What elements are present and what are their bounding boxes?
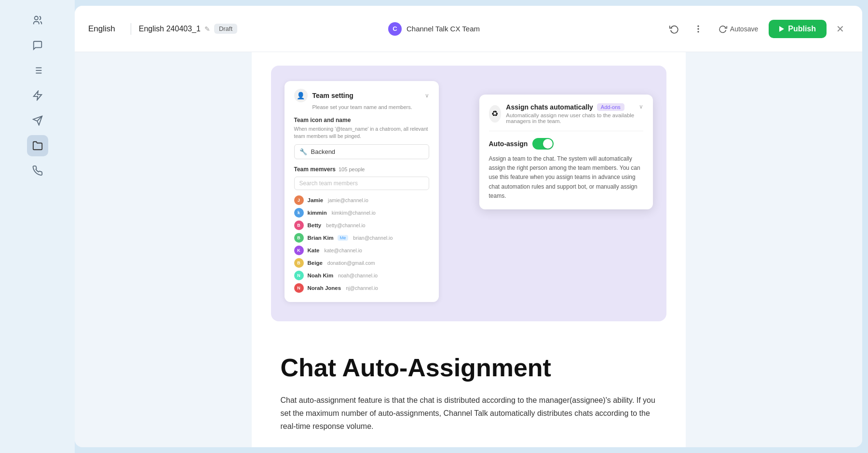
member-name-beige: Beige bbox=[308, 260, 323, 266]
sidebar-icon-send[interactable] bbox=[27, 110, 48, 131]
autosave-label: Autosave bbox=[730, 25, 758, 33]
aa-divider bbox=[489, 131, 643, 131]
team-members-section: Team memvers 105 people Search team memb… bbox=[294, 166, 429, 294]
close-button[interactable]: ✕ bbox=[831, 20, 849, 38]
member-name-kate: Kate bbox=[308, 247, 320, 253]
sidebar-icon-users[interactable] bbox=[27, 10, 48, 31]
topbar-team-name: Channel Talk CX Team bbox=[407, 25, 480, 33]
svg-point-11 bbox=[697, 25, 699, 27]
aa-toggle-row: Auto-assign bbox=[489, 138, 643, 150]
team-name-value: Backend bbox=[311, 148, 336, 155]
content-area: 👤 Team setting ∨ Please set your team na… bbox=[75, 52, 862, 447]
member-email-norah: nj@channel.io bbox=[346, 285, 378, 291]
member-name-jamie: Jamie bbox=[308, 197, 324, 203]
me-badge: Me bbox=[338, 235, 349, 241]
doc-container: 👤 Team setting ∨ Please set your team na… bbox=[252, 52, 686, 447]
team-setting-header: 👤 Team setting ∨ bbox=[294, 89, 429, 102]
sidebar-icon-list[interactable] bbox=[27, 60, 48, 81]
sidebar-icon-inbox[interactable] bbox=[27, 35, 48, 56]
left-sidebar bbox=[0, 0, 75, 453]
members-count: 105 people bbox=[339, 166, 365, 172]
member-avatar-norah: N bbox=[294, 283, 304, 293]
auto-assign-toggle[interactable] bbox=[532, 138, 554, 150]
member-email-kimmin: kimkim@channel.io bbox=[332, 210, 376, 216]
team-setting-card: 👤 Team setting ∨ Please set your team na… bbox=[285, 81, 439, 302]
members-header: Team memvers 105 people bbox=[294, 166, 429, 173]
team-icon-name-desc: When mentioning '@team_name' in a chatro… bbox=[294, 125, 429, 139]
member-avatar-betty: B bbox=[294, 220, 304, 230]
member-name-betty: Betty bbox=[308, 222, 322, 228]
member-avatar-jamie: J bbox=[294, 195, 304, 205]
aa-desc: Automatically assign new user chats to t… bbox=[506, 112, 638, 124]
language-label: English bbox=[88, 24, 115, 34]
team-icon-name-label: Team icon and name bbox=[294, 117, 429, 124]
sidebar-icon-phone[interactable] bbox=[27, 160, 48, 181]
aa-header: ♻ Assign chats automatically Add-ons Aut… bbox=[489, 103, 643, 124]
auto-assign-card: ♻ Assign chats automatically Add-ons Aut… bbox=[479, 95, 653, 209]
svg-point-12 bbox=[697, 28, 699, 29]
member-email-beige: donation@gmail.com bbox=[327, 260, 375, 266]
search-members-input[interactable]: Search team members bbox=[294, 177, 429, 190]
member-row-kimmin: k kimmin kimkim@channel.io bbox=[294, 206, 429, 219]
svg-point-13 bbox=[697, 31, 699, 32]
edit-doc-name-icon[interactable]: ✎ bbox=[204, 25, 210, 33]
member-row-noah: N Noah Kim noah@channel.io bbox=[294, 269, 429, 282]
topbar-actions: Autosave Publish ✕ bbox=[665, 19, 849, 39]
doc-name-label: English 240403_1 bbox=[139, 25, 201, 33]
member-avatar-kimmin: k bbox=[294, 208, 304, 218]
member-row-beige: B Beige donation@gmail.com bbox=[294, 257, 429, 269]
publish-button[interactable]: Publish bbox=[769, 20, 827, 38]
member-email-betty: betty@channel.io bbox=[326, 222, 365, 228]
sidebar-icon-folder[interactable] bbox=[27, 135, 48, 156]
member-name-brian: Brian Kim bbox=[308, 235, 334, 241]
member-row-kate: K Kate kate@channel.io bbox=[294, 244, 429, 257]
chevron-down-icon: ∨ bbox=[425, 92, 429, 99]
member-row-brian: B Brian Kim Me brian@channel.io bbox=[294, 232, 429, 244]
topbar-divider bbox=[131, 23, 131, 35]
channel-avatar: C bbox=[388, 22, 402, 36]
article-body: Chat auto-assignment feature is that the… bbox=[281, 394, 657, 433]
toggle-knob bbox=[543, 139, 553, 149]
article-section: Chat Auto-Assignment Chat auto-assignmen… bbox=[252, 335, 686, 447]
wrench-icon: 🔧 bbox=[299, 148, 307, 155]
draft-badge: Draft bbox=[214, 24, 237, 34]
team-icon-circle: 👤 bbox=[294, 89, 308, 102]
team-name-input[interactable]: 🔧 Backend bbox=[294, 144, 429, 159]
sidebar-icon-lightning[interactable] bbox=[27, 85, 48, 106]
autosave-button[interactable]: Autosave bbox=[713, 21, 764, 37]
team-setting-subtitle: Please set your team name and members. bbox=[312, 104, 429, 110]
member-row-norah: N Norah Jones nj@channel.io bbox=[294, 282, 429, 294]
aa-title-row-inner: Assign chats automatically Add-ons bbox=[506, 103, 638, 111]
history-button[interactable] bbox=[665, 19, 684, 39]
preview-section: 👤 Team setting ∨ Please set your team na… bbox=[271, 66, 666, 321]
aa-icon: ♻ bbox=[489, 105, 502, 123]
more-options-button[interactable] bbox=[689, 19, 708, 39]
topbar: English English 240403_1 ✎ Draft C Chann… bbox=[75, 6, 862, 52]
play-icon bbox=[779, 26, 784, 32]
member-row-jamie: J Jamie jamie@channel.io bbox=[294, 194, 429, 206]
main-area: English English 240403_1 ✎ Draft C Chann… bbox=[75, 6, 862, 447]
doc-name-section: English 240403_1 ✎ Draft bbox=[139, 24, 237, 34]
member-name-norah: Norah Jones bbox=[308, 285, 341, 291]
topbar-center: C Channel Talk CX Team bbox=[388, 22, 480, 36]
team-setting-title-row: 👤 Team setting bbox=[294, 89, 353, 102]
member-email-jamie: jamie@channel.io bbox=[328, 197, 368, 203]
member-email-noah: noah@channel.io bbox=[338, 273, 378, 278]
aa-title: Assign chats automatically bbox=[506, 103, 593, 111]
aa-body-text: Assign a team to the chat. The system wi… bbox=[489, 154, 643, 201]
publish-label: Publish bbox=[788, 25, 816, 33]
aa-toggle-label: Auto-assign bbox=[489, 140, 528, 148]
svg-point-0 bbox=[34, 16, 38, 20]
members-label: Team memvers bbox=[294, 166, 336, 173]
aa-chevron-icon: ∨ bbox=[639, 103, 643, 110]
member-email-kate: kate@channel.io bbox=[324, 247, 362, 253]
member-name-noah: Noah Kim bbox=[308, 273, 334, 278]
member-avatar-kate: K bbox=[294, 246, 304, 255]
member-avatar-noah: N bbox=[294, 271, 304, 280]
team-setting-title: Team setting bbox=[312, 92, 353, 99]
member-email-brian: brian@channel.io bbox=[353, 235, 393, 241]
member-row-betty: B Betty betty@channel.io bbox=[294, 219, 429, 232]
aa-title-block: Assign chats automatically Add-ons Autom… bbox=[506, 103, 638, 124]
aa-addons-badge: Add-ons bbox=[597, 103, 624, 111]
article-title: Chat Auto-Assignment bbox=[281, 354, 657, 382]
